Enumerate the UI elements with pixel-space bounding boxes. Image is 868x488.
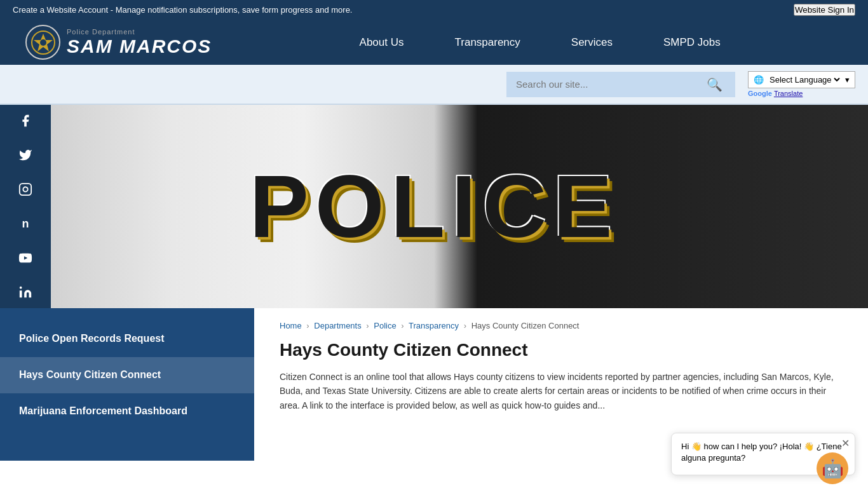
breadcrumb-home[interactable]: Home	[280, 321, 302, 330]
nav-item-about[interactable]: About Us	[334, 27, 430, 58]
hero-wrapper: n POLICE	[0, 105, 868, 308]
search-area: 🔍 🌐 Select Language ▾ Google Translate	[0, 65, 868, 105]
sidebar-item-open-records[interactable]: Police Open Records Request	[0, 321, 254, 357]
sidebar-item-citizen-connect[interactable]: Hays County Citizen Connect	[0, 357, 254, 393]
instagram-icon[interactable]	[14, 178, 37, 201]
nextdoor-icon[interactable]: n	[14, 212, 37, 235]
nav-menu: About Us Transparency Services SMPD Jobs	[237, 27, 843, 58]
svg-point-7	[20, 287, 22, 289]
nav-item-transparency[interactable]: Transparency	[430, 27, 546, 58]
svg-rect-3	[20, 184, 31, 195]
linkedin-icon[interactable]	[14, 281, 37, 304]
page-description: Citizen Connect is an online tool that a…	[280, 370, 843, 412]
page-title: Hays County Citizen Connect	[280, 340, 843, 360]
hero-police-text: POLICE	[249, 155, 618, 258]
search-button[interactable]: 🔍	[707, 77, 722, 92]
translate-select[interactable]: 🌐 Select Language ▾	[748, 71, 855, 88]
breadcrumb: Home › Departments › Police › Transparen…	[280, 321, 843, 330]
svg-rect-6	[20, 290, 22, 297]
logo-text: Police Department SAM MARCOS	[67, 28, 212, 57]
logo-icon	[25, 25, 60, 60]
create-account-link[interactable]: Create a Website Account	[13, 5, 108, 15]
dept-label: Police Department	[67, 28, 212, 36]
language-select[interactable]: Select Language	[767, 74, 842, 85]
search-input[interactable]	[516, 79, 707, 90]
breadcrumb-current: Hays County Citizen Connect	[471, 321, 580, 330]
google-translate-label: Google Translate	[748, 90, 803, 97]
top-bar-left: Create a Website Account - Manage notifi…	[13, 5, 352, 15]
chevron-down-icon: ▾	[845, 75, 850, 85]
nav-item-jobs[interactable]: SMPD Jobs	[638, 27, 746, 58]
hero-background: POLICE	[0, 105, 868, 308]
sidebar-item-marijuana[interactable]: Marijuana Enforcement Dashboard	[0, 393, 254, 430]
chat-bubble: ✕ Hi 👋 how can I help you? ¡Hola! 👋 ¿Tie…	[671, 433, 855, 461]
city-name: SAM MARCOS	[67, 36, 212, 57]
sign-in-button[interactable]: Website Sign In	[794, 4, 855, 16]
search-box[interactable]: 🔍	[506, 72, 735, 97]
header: Police Department SAM MARCOS About Us Tr…	[0, 20, 868, 65]
hero-image: POLICE	[0, 105, 868, 308]
translate-globe-icon: 🌐	[754, 75, 764, 85]
logo-area: Police Department SAM MARCOS	[25, 25, 212, 60]
social-sidebar: n	[0, 105, 51, 308]
sidebar-nav: Police Open Records Request Hays County …	[0, 308, 254, 461]
facebook-icon[interactable]	[14, 109, 37, 132]
chat-close-button[interactable]: ✕	[841, 437, 850, 449]
google-logo: Google	[748, 90, 772, 97]
top-bar-message: - Manage notification subscriptions, sav…	[108, 5, 352, 15]
top-bar: Create a Website Account - Manage notifi…	[0, 0, 868, 20]
translate-area: 🌐 Select Language ▾ Google Translate	[748, 71, 855, 97]
twitter-icon[interactable]	[14, 144, 37, 166]
breadcrumb-transparency[interactable]: Transparency	[409, 321, 459, 330]
svg-point-2	[40, 39, 46, 46]
nav-item-services[interactable]: Services	[546, 27, 638, 58]
translate-link[interactable]: Translate	[774, 90, 803, 97]
breadcrumb-departments[interactable]: Departments	[314, 321, 361, 330]
breadcrumb-police[interactable]: Police	[374, 321, 396, 330]
youtube-icon[interactable]	[14, 247, 37, 269]
top-bar-right: Website Sign In	[794, 4, 855, 16]
